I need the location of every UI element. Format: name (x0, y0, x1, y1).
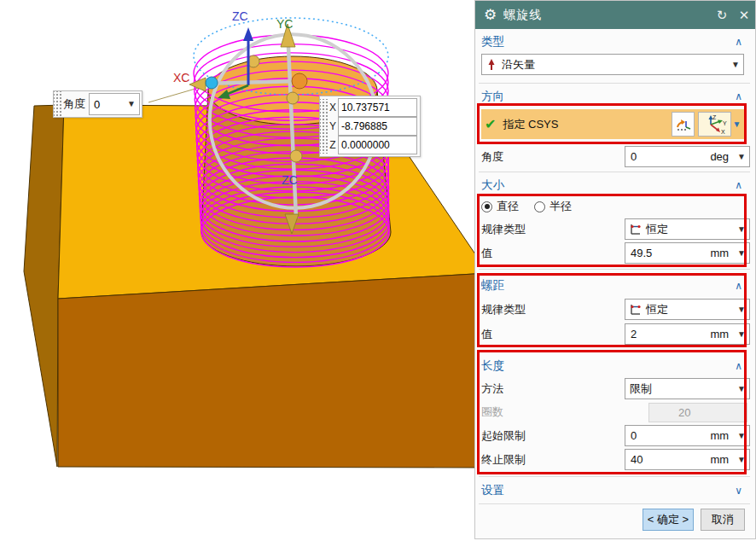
svg-text:Z: Z (712, 114, 717, 120)
angle-value-combo[interactable]: 0 ▼ (89, 93, 140, 115)
end-limit-label: 终止限制 (481, 452, 526, 468)
z-coordinate-field[interactable]: 0.0000000 (338, 136, 417, 154)
start-limit-row: 起始限制 0 mm ▼ (481, 424, 744, 447)
chevron-down-icon[interactable]: ▼ (737, 153, 746, 161)
z-coordinate-row: Z 0.0000000 (328, 137, 417, 154)
angle-value[interactable]: 0 (90, 98, 124, 111)
chevron-down-icon[interactable]: ▼ (737, 249, 746, 258)
x-axis-label: X (328, 102, 338, 113)
law-type-label: 规律类型 (481, 222, 526, 237)
y-coordinate-row: Y -8.796885 (328, 118, 417, 135)
pitch-law-row: 规律类型 恒定 ▼ (481, 298, 744, 321)
value-label: 值 (481, 246, 492, 261)
chevron-up-icon[interactable]: ∧ (735, 360, 744, 372)
z-axis-label: Z (328, 139, 338, 151)
size-law-dropdown[interactable]: 恒定 ▼ (625, 218, 750, 240)
section-header-type[interactable]: 类型 ∧ (481, 32, 744, 51)
angle-field[interactable]: 0 deg ▼ (625, 146, 750, 167)
constant-law-icon (629, 223, 642, 236)
section-header-size[interactable]: 大小 ∧ (481, 176, 744, 195)
section-title: 设置 (481, 483, 504, 498)
start-limit-label: 起始限制 (481, 428, 526, 444)
chevron-up-icon[interactable]: ∧ (735, 36, 744, 48)
law-type-value: 恒定 (642, 222, 734, 237)
length-method-dropdown[interactable]: 限制 ▼ (625, 378, 750, 399)
start-limit-value[interactable]: 0 (625, 429, 710, 442)
start-limit-field[interactable]: 0 mm ▼ (625, 425, 750, 446)
size-mode-radios: 直径 半径 (481, 197, 744, 216)
cancel-button[interactable]: 取消 (701, 509, 745, 531)
ok-button[interactable]: < 确定 > (643, 509, 694, 531)
chevron-down-icon[interactable]: ▼ (127, 100, 136, 108)
diameter-value-field[interactable]: 49.5 mm ▼ (625, 242, 750, 264)
csys-triad-button[interactable]: Z Y X (698, 112, 731, 137)
svg-text:Y: Y (723, 120, 727, 126)
chevron-down-icon[interactable]: ▼ (737, 305, 746, 314)
section-header-length[interactable]: 长度 ∧ (481, 357, 744, 375)
chevron-down-icon[interactable]: ▼ (737, 330, 746, 339)
chevron-up-icon[interactable]: ∧ (735, 179, 744, 191)
y-axis-label: Y (328, 120, 338, 132)
type-dropdown[interactable]: 沿矢量 ▼ (481, 54, 744, 75)
gear-icon: ⚙ (484, 6, 497, 24)
section-title: 类型 (481, 34, 504, 49)
section-title: 长度 (481, 358, 504, 374)
section-header-pitch[interactable]: 螺距 ∧ (481, 276, 744, 295)
chevron-up-icon[interactable]: ∧ (735, 90, 744, 102)
diameter-value[interactable]: 49.5 (625, 247, 710, 259)
chevron-down-icon[interactable]: ∨ (735, 485, 744, 497)
value-label: 值 (481, 327, 492, 342)
end-limit-row: 终止限制 40 mm ▼ (481, 448, 744, 471)
diameter-unit: mm (710, 247, 729, 259)
size-law-row: 规律类型 恒定 ▼ (481, 218, 744, 241)
model-scene: ZC YC XC ZC (0, 0, 474, 541)
radio-selected-icon (481, 201, 492, 212)
chevron-down-icon[interactable]: ▼ (737, 456, 746, 464)
method-value: 限制 (625, 381, 734, 397)
turns-label: 圈数 (481, 404, 503, 420)
x-coordinate-field[interactable]: 10.737571 (338, 98, 417, 117)
xc-label: XC (173, 71, 189, 84)
dialog-title: 螺旋线 (503, 8, 542, 23)
chevron-up-icon[interactable]: ∧ (735, 280, 744, 292)
close-icon[interactable]: ✕ (733, 8, 755, 23)
radius-radio[interactable]: 半径 (534, 199, 572, 214)
pitch-value-field[interactable]: 2 mm ▼ (625, 323, 750, 345)
origin-ball (292, 73, 307, 89)
csys-dialog-button[interactable] (672, 112, 695, 137)
drag-grip[interactable] (54, 91, 61, 117)
end-limit-value[interactable]: 40 (625, 453, 710, 466)
helix-dialog: ⚙ 螺旋线 ↻ ✕ 类型 ∧ 沿矢量 ▼ 方向 ∧ ✔ 指定 CSYS (474, 0, 756, 539)
chevron-down-icon[interactable]: ▼ (737, 432, 746, 440)
pitch-unit: mm (710, 328, 729, 340)
radius-radio-label: 半径 (550, 199, 572, 214)
rotate-ball (287, 92, 299, 104)
angle-row: 角度 0 deg ▼ (481, 145, 744, 168)
dialog-titlebar[interactable]: ⚙ 螺旋线 ↻ ✕ (475, 1, 755, 29)
x-coordinate-row: X 10.737571 (328, 99, 417, 116)
reset-icon[interactable]: ↻ (711, 8, 733, 23)
pitch-value[interactable]: 2 (625, 328, 710, 340)
section-header-settings[interactable]: 设置 ∨ (481, 481, 744, 500)
chevron-down-icon[interactable]: ▼ (737, 225, 746, 234)
chevron-down-icon[interactable]: ▼ (737, 385, 746, 393)
length-method-row: 方法 限制 ▼ (481, 377, 744, 400)
diameter-radio[interactable]: 直径 (481, 199, 519, 214)
chevron-down-icon[interactable]: ▼ (731, 119, 742, 129)
angle-value[interactable]: 0 (625, 150, 710, 163)
y-coordinate-field[interactable]: -8.796885 (338, 117, 417, 136)
specify-csys-row[interactable]: ✔ 指定 CSYS Z Y X ▼ (481, 109, 744, 139)
end-limit-field[interactable]: 40 mm ▼ (625, 449, 750, 470)
size-value-row: 值 49.5 mm ▼ (481, 241, 744, 265)
check-icon: ✔ (485, 116, 496, 132)
chevron-down-icon[interactable]: ▼ (731, 61, 740, 69)
angle-label: 角度 (63, 96, 85, 112)
section-header-direction[interactable]: 方向 ∧ (481, 87, 744, 106)
pitch-law-dropdown[interactable]: 恒定 ▼ (625, 299, 750, 320)
yc-label: YC (276, 17, 293, 31)
graphics-viewport[interactable]: ZC YC XC ZC 角度 0 ▼ X 10.737571 Y -8.7968… (0, 0, 474, 541)
x-axis-ball (206, 77, 218, 89)
drag-grip[interactable] (320, 99, 328, 154)
type-value: 沿矢量 (497, 57, 728, 73)
specify-csys-label: 指定 CSYS (503, 117, 558, 132)
